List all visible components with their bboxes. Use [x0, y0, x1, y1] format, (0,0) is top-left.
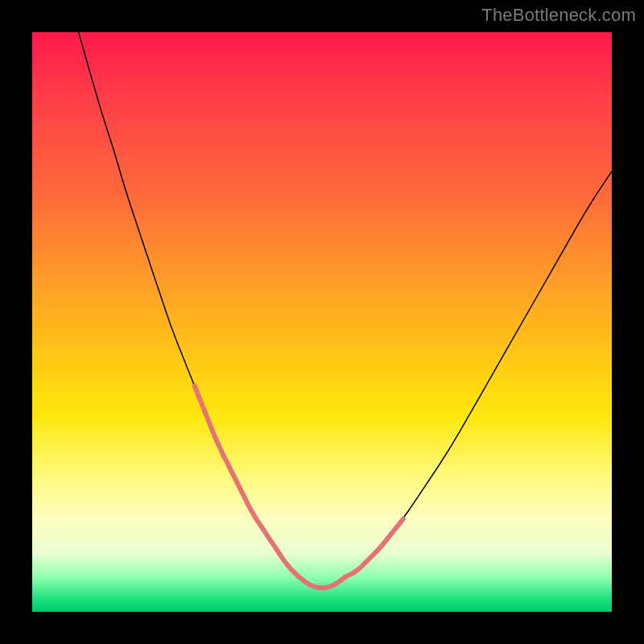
bottleneck-curve — [79, 32, 612, 588]
highlight-dashes-left — [195, 386, 276, 548]
curve-svg — [32, 32, 612, 612]
highlight-dashes-right — [345, 519, 403, 577]
chart-frame: TheBottleneck.com — [0, 0, 644, 644]
watermark-text: TheBottleneck.com — [481, 5, 636, 26]
plot-area — [32, 32, 612, 612]
highlight-dashes-bottom — [275, 548, 345, 588]
